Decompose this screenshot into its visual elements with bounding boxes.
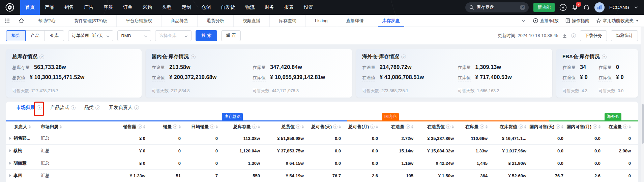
- sort-icon[interactable]: [561, 125, 563, 129]
- table-row[interactable]: 销售部...汇总¥ 000113.38w¥ 51,858.98w0.00.02.…: [6, 132, 638, 145]
- account-name[interactable]: ECCANG: [609, 5, 630, 10]
- support-headset-icon[interactable]: [583, 4, 590, 11]
- column-header[interactable]: 总可售(月)?: [345, 121, 382, 132]
- download-arrow-icon[interactable]: [562, 33, 567, 38]
- help-icon[interactable]: ?: [401, 54, 406, 59]
- column-header[interactable]: 日均销量?: [185, 121, 222, 132]
- view-tab[interactable]: 仓库: [45, 30, 64, 41]
- column-header[interactable]: 在途量?: [382, 121, 417, 132]
- search-input[interactable]: [476, 5, 518, 10]
- column-header[interactable]: 负责人: [6, 121, 38, 132]
- live-replay-link[interactable]: 直播/回放: [533, 18, 559, 24]
- sort-icon[interactable]: [452, 125, 454, 129]
- sort-icon[interactable]: [258, 125, 260, 129]
- column-header[interactable]: 销售额?: [106, 121, 149, 132]
- sort-icon[interactable]: [598, 125, 601, 129]
- order-range-select[interactable]: 订单范围: 近7天: [68, 30, 113, 41]
- sort-icon[interactable]: [60, 125, 62, 129]
- expand-caret-icon[interactable]: [9, 174, 11, 177]
- help-icon[interactable]: ?: [556, 124, 560, 129]
- tab-market-attribution[interactable]: 市场归属 ?: [16, 105, 41, 111]
- subnav-tab[interactable]: 库存查询: [269, 15, 305, 27]
- topnav-item[interactable]: 报表: [279, 0, 299, 15]
- topnav-item[interactable]: 客服: [98, 0, 118, 15]
- help-icon[interactable]: ?: [37, 105, 41, 110]
- column-header[interactable]: 总货值?: [264, 121, 308, 132]
- scrollbar-thumb[interactable]: [642, 104, 644, 144]
- subnav-tab[interactable]: Listing: [305, 15, 337, 27]
- vertical-scrollbar[interactable]: [641, 27, 644, 182]
- subnav-tab[interactable]: 库存罗盘: [373, 15, 409, 27]
- table-row[interactable]: 李四汇总¥ 1.23w517559¥ 54.19w76.72.6195¥ 1.5…: [6, 170, 638, 182]
- topnav-item[interactable]: 采购: [138, 0, 157, 15]
- sort-icon[interactable]: [376, 125, 378, 129]
- view-tab[interactable]: 概览: [6, 30, 26, 41]
- help-icon[interactable]: ?: [138, 124, 142, 129]
- column-header[interactable]: 国内可售(月)?: [567, 121, 605, 132]
- sort-icon[interactable]: [411, 125, 413, 129]
- column-header[interactable]: 总库存量?: [222, 121, 264, 132]
- help-icon[interactable]: ?: [191, 54, 196, 59]
- subnav-tab[interactable]: 货件管理(STA)版: [65, 15, 116, 27]
- sort-icon[interactable]: [143, 125, 145, 129]
- subnav-tab[interactable]: 视频直播: [233, 15, 269, 27]
- column-header[interactable]: 在途量?: [605, 121, 635, 132]
- column-header[interactable]: 在途货值?: [417, 121, 458, 132]
- help-icon[interactable]: ?: [71, 105, 76, 110]
- topnav-item[interactable]: 头程: [157, 0, 177, 15]
- topnav-item[interactable]: 首页: [20, 0, 40, 15]
- column-header[interactable]: 销量?: [149, 121, 185, 132]
- sort-icon[interactable]: [524, 125, 526, 129]
- help-icon[interactable]: ?: [39, 54, 44, 59]
- global-search[interactable]: ✕: [465, 2, 529, 12]
- warehouse-select[interactable]: 选择仓库: [155, 30, 192, 41]
- help-icon[interactable]: ?: [446, 124, 450, 129]
- topnav-item[interactable]: 财务: [260, 0, 279, 15]
- hide-stats-button[interactable]: 隐藏统计: [611, 30, 638, 41]
- topnav-item[interactable]: 定制: [177, 0, 196, 15]
- subnav-tab[interactable]: 商品补货: [161, 15, 197, 27]
- help-icon[interactable]: ?: [210, 124, 214, 129]
- tab-product-style[interactable]: 产品款式 ?: [50, 105, 76, 111]
- download-center-icon[interactable]: [559, 4, 567, 11]
- help-icon[interactable]: ?: [252, 124, 257, 129]
- help-icon[interactable]: ?: [571, 33, 576, 38]
- table-row[interactable]: 胡丽慧汇总¥ 0001.30w¥ 64.15w0.00.01.16w¥ 42.2…: [6, 157, 638, 170]
- sort-icon[interactable]: [339, 125, 341, 129]
- expand-caret-icon[interactable]: [9, 137, 11, 140]
- account-chevron-down-icon[interactable]: [634, 5, 638, 9]
- favorites-link[interactable]: 常用功能收藏夹: [596, 18, 639, 24]
- download-tasks-button[interactable]: 下载任务: [580, 30, 607, 41]
- help-icon[interactable]: ?: [370, 124, 375, 129]
- topnav-item[interactable]: 销售: [59, 0, 79, 15]
- sort-icon[interactable]: [302, 125, 304, 129]
- help-icon[interactable]: ?: [296, 124, 300, 129]
- column-header[interactable]: 市场归属: [38, 121, 106, 132]
- help-icon[interactable]: ?: [480, 124, 484, 129]
- expand-caret-icon[interactable]: [9, 149, 11, 152]
- help-icon[interactable]: ?: [333, 124, 338, 129]
- topnav-item[interactable]: 仓储: [196, 0, 216, 15]
- topnav-item[interactable]: 广告: [79, 0, 98, 15]
- topnav-item[interactable]: 设置: [299, 0, 318, 15]
- help-icon[interactable]: ?: [134, 105, 139, 110]
- topnav-item[interactable]: 订单: [118, 0, 138, 15]
- sort-icon[interactable]: [486, 125, 488, 129]
- help-icon[interactable]: ?: [519, 124, 523, 129]
- help-icon[interactable]: ?: [593, 124, 597, 129]
- help-icon[interactable]: ?: [602, 54, 607, 59]
- column-header[interactable]: 在库货值?: [492, 121, 530, 132]
- home-icon[interactable]: [14, 15, 29, 27]
- topnav-item[interactable]: 产品: [40, 0, 59, 15]
- account-avatar[interactable]: [594, 2, 605, 12]
- help-icon[interactable]: ?: [623, 124, 627, 129]
- new-feature-button[interactable]: 新功能: [533, 3, 555, 12]
- subnav-tab[interactable]: 帮助中心: [29, 15, 65, 27]
- apps-grid-icon[interactable]: [0, 15, 14, 27]
- clear-icon[interactable]: ✕: [520, 5, 525, 10]
- column-header[interactable]: 总可售(天)?: [308, 121, 345, 132]
- notifications-bell-icon[interactable]: 2: [572, 4, 578, 11]
- topnav-item[interactable]: 物流: [240, 0, 260, 15]
- subnav-tab[interactable]: 直播详情: [337, 15, 373, 27]
- column-header[interactable]: 在途货值?: [635, 121, 638, 132]
